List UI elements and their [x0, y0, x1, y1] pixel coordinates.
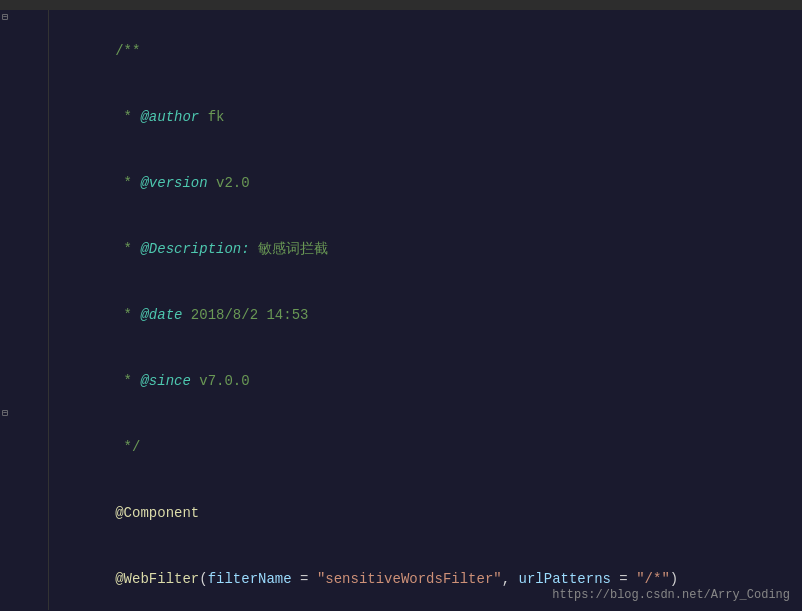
line-content-5: * @date 2018/8/2 14:53	[40, 282, 802, 348]
code-line-3: * @version v2.0	[0, 150, 802, 216]
line-content-6: * @since v7.0.0	[40, 348, 802, 414]
line-content-4: * @Description: 敏感词拦截	[40, 216, 802, 282]
line-content-8: @Component	[40, 480, 802, 546]
code-area[interactable]: ⊟ /** * @author fk * @version v2.0 * @De	[0, 10, 802, 610]
line-content-1: /**	[40, 18, 802, 84]
line-content-7: */	[40, 414, 802, 480]
code-line-2: * @author fk	[0, 84, 802, 150]
code-line-5: * @date 2018/8/2 14:53	[0, 282, 802, 348]
code-line-6: * @since v7.0.0	[0, 348, 802, 414]
code-line-1: ⊟ /**	[0, 18, 802, 84]
line-content-2: * @author fk	[40, 84, 802, 150]
code-editor: ⊟ /** * @author fk * @version v2.0 * @De	[0, 0, 802, 611]
fold-icon-1[interactable]: ⊟	[2, 10, 8, 29]
code-line-8: @Component	[0, 480, 802, 546]
fold-icon-7[interactable]: ⊟	[2, 403, 8, 425]
url-footer: https://blog.csdn.net/Arry_Coding	[552, 588, 790, 602]
code-line-7: ⊟ */	[0, 414, 802, 480]
code-line-4: * @Description: 敏感词拦截	[0, 216, 802, 282]
tab-bar	[0, 0, 802, 10]
line-content-3: * @version v2.0	[40, 150, 802, 216]
